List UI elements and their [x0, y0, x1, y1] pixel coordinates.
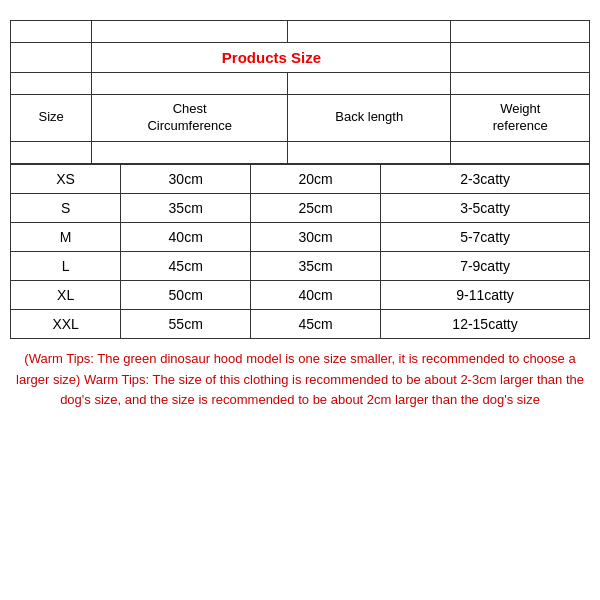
size-table: Products Size Size ChestCircumference Ba…: [10, 20, 590, 164]
table-row: XS30cm20cm2-3catty: [11, 164, 590, 193]
cell-weight-1: 3-5catty: [381, 193, 590, 222]
cell-chest-4: 50cm: [121, 280, 251, 309]
title-row: Products Size: [11, 43, 590, 73]
empty-row-2: [11, 73, 590, 95]
col-header-back: Back length: [287, 95, 451, 142]
cell-back_length-1: 25cm: [251, 193, 381, 222]
cell-back_length-5: 45cm: [251, 309, 381, 338]
cell-weight-5: 12-15catty: [381, 309, 590, 338]
products-size-title: Products Size: [92, 43, 451, 73]
cell-chest-1: 35cm: [121, 193, 251, 222]
cell-chest-0: 30cm: [121, 164, 251, 193]
cell-weight-3: 7-9catty: [381, 251, 590, 280]
table-row: XL50cm40cm9-11catty: [11, 280, 590, 309]
cell-size-4: XL: [11, 280, 121, 309]
size-data-table: XS30cm20cm2-3cattyS35cm25cm3-5cattyM40cm…: [10, 164, 590, 339]
cell-size-5: XXL: [11, 309, 121, 338]
col-header-size: Size: [11, 95, 92, 142]
cell-chest-3: 45cm: [121, 251, 251, 280]
col-header-chest: ChestCircumference: [92, 95, 288, 142]
table-row: L45cm35cm7-9catty: [11, 251, 590, 280]
cell-back_length-4: 40cm: [251, 280, 381, 309]
cell-weight-0: 2-3catty: [381, 164, 590, 193]
cell-weight-4: 9-11catty: [381, 280, 590, 309]
cell-size-1: S: [11, 193, 121, 222]
cell-weight-2: 5-7catty: [381, 222, 590, 251]
empty-row-1: [11, 21, 590, 43]
cell-chest-2: 40cm: [121, 222, 251, 251]
cell-back_length-2: 30cm: [251, 222, 381, 251]
warm-tips-text: (Warm Tips: The green dinosaur hood mode…: [10, 345, 590, 415]
cell-size-0: XS: [11, 164, 121, 193]
cell-chest-5: 55cm: [121, 309, 251, 338]
cell-size-2: M: [11, 222, 121, 251]
table-row: XXL55cm45cm12-15catty: [11, 309, 590, 338]
cell-back_length-0: 20cm: [251, 164, 381, 193]
empty-row-3: [11, 141, 590, 163]
col-header-weight: Weightreference: [451, 95, 590, 142]
cell-back_length-3: 35cm: [251, 251, 381, 280]
table-row: M40cm30cm5-7catty: [11, 222, 590, 251]
table-row: S35cm25cm3-5catty: [11, 193, 590, 222]
size-chart-container: Products Size Size ChestCircumference Ba…: [10, 20, 590, 339]
table-header-row: Size ChestCircumference Back length Weig…: [11, 95, 590, 142]
cell-size-3: L: [11, 251, 121, 280]
